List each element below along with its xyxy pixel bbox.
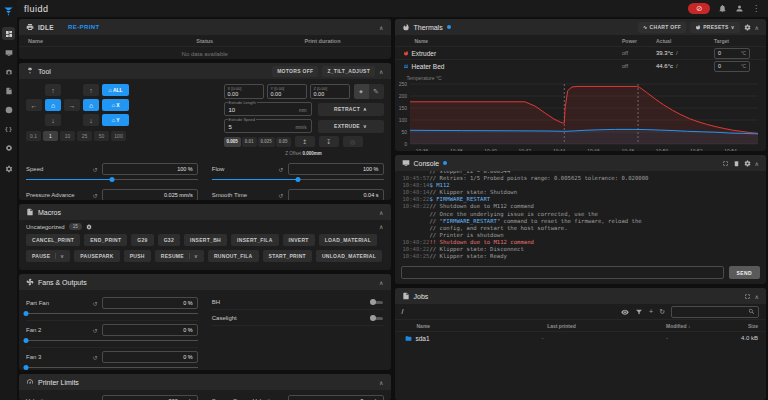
user-icon[interactable] — [735, 4, 744, 13]
extrude-button[interactable]: EXTRUDE∨ — [318, 120, 384, 133]
z-offset-step-button[interactable]: 0.05 — [276, 137, 291, 147]
refresh-icon[interactable]: ↻ — [659, 308, 665, 316]
reset-icon[interactable]: ↺ — [93, 354, 98, 361]
macro-button[interactable]: RESUME∨ — [155, 250, 204, 262]
macro-button[interactable]: G32 — [158, 234, 180, 246]
flow-value-field[interactable]: 100 % — [288, 163, 384, 175]
collapse-icon[interactable]: ∧ — [379, 24, 383, 31]
step-button[interactable]: 100 — [111, 131, 126, 141]
heater-bed-row[interactable]: Heater Bed off 44.6°c/ 0°C — [395, 59, 767, 72]
macro-button[interactable]: INSERT_FILA — [231, 234, 279, 246]
reset-icon[interactable]: ↺ — [93, 327, 98, 334]
sidebar-item-camera[interactable] — [2, 65, 15, 78]
flow-slider[interactable] — [212, 176, 384, 183]
macro-button[interactable]: CANCEL_PRINT — [26, 234, 80, 246]
emergency-stop-button[interactable]: ⊘ — [688, 3, 710, 14]
reset-icon[interactable]: ↺ — [93, 192, 98, 199]
velocity-value-field[interactable]: 800 mm/s — [102, 395, 198, 400]
jog-y-minus-button[interactable]: ↓ — [45, 114, 61, 126]
sidebar-item-system[interactable] — [2, 141, 15, 154]
reset-icon[interactable]: ↺ — [93, 166, 98, 173]
presets-button[interactable]: PRESETS∨ — [690, 22, 739, 33]
collapse-icon[interactable]: ∧ — [379, 279, 383, 286]
pressure-advance-value-field[interactable]: 0.025 mm/s — [102, 189, 198, 200]
extruder-target-input[interactable]: 0°C — [714, 48, 750, 59]
macro-button[interactable]: PAUSE∨ — [26, 250, 70, 262]
jog-y-plus-button[interactable]: ↑ — [45, 84, 61, 96]
probe-calibrate-button[interactable]: ◎ — [343, 136, 363, 147]
sidebar-item-settings[interactable] — [2, 162, 15, 175]
home-xy-button[interactable]: ⌂ — [45, 99, 61, 111]
sidebar-item-history[interactable] — [2, 103, 15, 116]
home-all-button[interactable]: ⌂ALL — [102, 84, 129, 96]
bh-toggle[interactable] — [370, 298, 384, 306]
collapse-icon[interactable]: ∧ — [379, 209, 383, 216]
position-mode-icon[interactable]: ⌖ — [354, 84, 369, 99]
z-tilt-adjust-button[interactable]: Z_TILT_ADJUST — [322, 66, 375, 77]
send-button[interactable]: SEND — [729, 266, 761, 279]
sidebar-item-configure[interactable]: { } — [2, 122, 15, 135]
z-offset-step-button[interactable]: 0.01 — [242, 137, 257, 147]
collapse-icon[interactable]: ∧ — [755, 293, 759, 300]
scv-value-field[interactable]: 5 mm/s — [288, 395, 384, 400]
heater-bed-target-input[interactable]: 0°C — [714, 61, 750, 72]
home-z-button[interactable]: ⌂ — [83, 99, 99, 111]
reset-icon[interactable]: ↺ — [278, 192, 283, 199]
collapse-icon[interactable]: ∧ — [755, 24, 759, 31]
home-y-button[interactable]: ⌂Y — [102, 114, 129, 126]
caselight-toggle[interactable] — [370, 314, 384, 322]
fan3-value-field[interactable]: 0 % — [102, 351, 198, 363]
z-offset-up-button[interactable]: ↥ — [295, 136, 315, 147]
macro-button[interactable]: RUNOUT_FILA — [208, 250, 259, 262]
jobs-row-sda1[interactable]: sda1 - - 4.0 kB — [395, 331, 767, 344]
expand-icon[interactable] — [744, 293, 751, 300]
x-position-field[interactable]: X [0.00]0.00 — [224, 84, 264, 99]
extrude-speed-field[interactable]: Extrude Speed 5 mm/s — [224, 119, 312, 133]
macro-button[interactable]: INVERT — [283, 234, 315, 246]
fan3-slider[interactable] — [26, 364, 198, 370]
extrude-length-field[interactable]: Extrude Length 10 mm — [224, 102, 312, 116]
step-button[interactable]: 0.1 — [26, 131, 41, 141]
fan2-value-field[interactable]: 0 % — [102, 324, 198, 336]
macro-button[interactable]: G29 — [131, 234, 153, 246]
extruder-row[interactable]: Extruder off 39.3°c/ 0°C — [395, 46, 767, 59]
sidebar-item-files[interactable] — [2, 84, 15, 97]
part-fan-slider[interactable] — [26, 310, 198, 317]
z-offset-step-button[interactable]: 0.025 — [258, 137, 275, 147]
edit-position-icon[interactable]: ✎ — [369, 84, 384, 99]
macro-button[interactable]: INSERT_BH — [184, 234, 227, 246]
macro-button[interactable]: END_PRINT — [84, 234, 127, 246]
reset-icon[interactable]: ↺ — [278, 166, 283, 173]
thermals-settings-icon[interactable] — [744, 24, 751, 31]
hidden-files-icon[interactable] — [621, 308, 629, 316]
speed-value-field[interactable]: 100 % — [102, 163, 198, 175]
home-x-button[interactable]: ⌂X — [102, 99, 129, 111]
step-button[interactable]: 10 — [60, 131, 75, 141]
add-file-icon[interactable]: + — [649, 308, 653, 315]
speed-slider[interactable] — [26, 176, 198, 183]
macro-button[interactable]: PAUSEPARK — [74, 250, 119, 262]
z-offset-step-button[interactable]: 0.005 — [224, 137, 241, 147]
part-fan-value-field[interactable]: 0 % — [102, 297, 198, 309]
sidebar-item-console[interactable] — [2, 46, 15, 59]
filter-icon[interactable] — [635, 308, 643, 316]
chart-off-button[interactable]: ∿CHART OFF — [638, 22, 686, 33]
smooth-time-value-field[interactable]: 0.04 s — [288, 189, 384, 200]
reprint-button[interactable]: RE-PRINT — [68, 24, 100, 30]
collapse-icon[interactable]: ∧ — [379, 379, 383, 386]
jog-x-minus-button[interactable]: ← — [26, 99, 42, 111]
console-command-input[interactable] — [401, 266, 724, 279]
z-position-field[interactable]: Z [0.00]0.00 — [310, 84, 350, 99]
macro-button[interactable]: START_PRINT — [263, 250, 312, 262]
expand-icon[interactable] — [722, 160, 729, 167]
y-position-field[interactable]: Y [0.00]0.00 — [267, 84, 307, 99]
notifications-icon[interactable] — [718, 4, 727, 13]
reset-icon[interactable]: ↺ — [93, 300, 98, 307]
z-offset-down-button[interactable]: ↧ — [319, 136, 339, 147]
macro-button[interactable]: UNLOAD_MATERIAL — [316, 250, 382, 262]
macro-button[interactable]: LOAD_MATERIAL — [319, 234, 377, 246]
jog-z-plus-button[interactable]: ↑ — [83, 84, 99, 96]
macro-button[interactable]: PUSH — [124, 250, 151, 262]
step-button[interactable]: 1 — [43, 131, 58, 141]
step-button[interactable]: 25 — [77, 131, 92, 141]
